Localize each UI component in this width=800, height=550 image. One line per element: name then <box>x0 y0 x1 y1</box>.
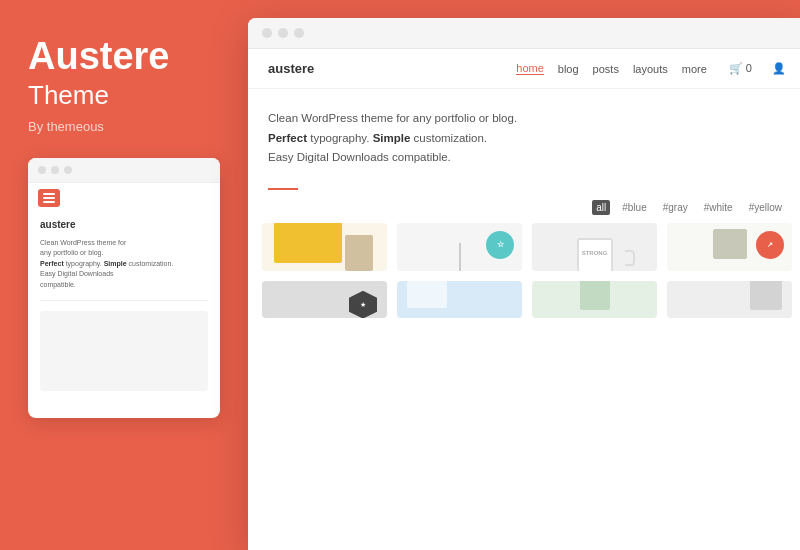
site-logo: austere <box>268 61 516 76</box>
mini-browser-preview: austere Clean WordPress theme for any po… <box>28 158 220 418</box>
product-card-gallery[interactable]: Gallery Download $39.00 <box>262 223 387 271</box>
mini-text-block: Clean WordPress theme for any portfolio … <box>40 238 208 291</box>
mini-browser-content: austere Clean WordPress theme for any po… <box>28 207 220 404</box>
filter-white[interactable]: #white <box>700 200 737 215</box>
product-image-gallery <box>262 223 387 271</box>
gallery-books-shape <box>345 235 373 271</box>
gallery-couch-shape <box>274 223 342 263</box>
mini-menu-icon <box>38 189 60 207</box>
nav-links: home blog posts layouts more 🛒 0 👤 <box>516 62 786 75</box>
mug-shape: STRONG <box>577 238 613 271</box>
cable-line-shape <box>459 243 461 271</box>
theme-name-line2: Theme <box>28 80 220 111</box>
product-card-row2-3[interactable] <box>532 281 657 318</box>
mini-dot-3 <box>64 166 72 174</box>
hex-badge-dark: ★ <box>349 291 377 318</box>
grey-item-shape <box>750 281 782 310</box>
product-image-narrow: STRONG <box>532 223 657 271</box>
product-card-sidebar[interactable]: ☆ Product with Sidebar $29.00 <box>397 223 522 271</box>
product-image-row2-1: ★ <box>262 281 387 318</box>
site-nav: austere home blog posts layouts more 🛒 0… <box>248 49 800 89</box>
hero-line2: Perfect typography. Simple customization… <box>268 129 786 149</box>
theme-name: Austere <box>28 36 220 78</box>
product-image-row2-3 <box>532 281 657 318</box>
mini-dot-1 <box>38 166 46 174</box>
left-panel: Austere Theme By themeous austere Clean … <box>0 0 248 550</box>
green-item-shape <box>580 281 610 310</box>
product-badge-teal: ☆ <box>486 231 514 259</box>
nav-blog[interactable]: blog <box>558 63 579 75</box>
product-badge-coral: ↗ <box>756 231 784 259</box>
mini-site-name: austere <box>40 219 208 230</box>
filter-bar: all #blue #gray #white #yellow <box>248 200 800 223</box>
nav-home[interactable]: home <box>516 62 544 75</box>
desk-chair-shape <box>713 229 747 259</box>
mini-image-placeholder <box>40 311 208 391</box>
mug-handle-shape <box>625 250 635 266</box>
nav-more[interactable]: more <box>682 63 707 75</box>
nav-user[interactable]: 👤 <box>772 62 786 75</box>
mini-browser-bar <box>28 158 220 183</box>
product-image-sidebar: ☆ <box>397 223 522 271</box>
nav-cart[interactable]: 🛒 0 <box>729 62 752 75</box>
product-image-row2-2 <box>397 281 522 318</box>
mini-dot-2 <box>51 166 59 174</box>
hero-divider <box>268 188 298 190</box>
filter-yellow[interactable]: #yellow <box>745 200 786 215</box>
hero-line3: Easy Digital Downloads compatible. <box>268 148 786 168</box>
browser-dot-yellow <box>278 28 288 38</box>
hero-line1: Clean WordPress theme for any portfolio … <box>268 109 786 129</box>
product-card-2col[interactable]: ↗ Download with 2 Columns $0.00 <box>667 223 792 271</box>
product-card-narrow[interactable]: STRONG Download with Narrow Layout $19.0… <box>532 223 657 271</box>
filter-gray[interactable]: #gray <box>659 200 692 215</box>
product-card-row2-1[interactable]: ★ <box>262 281 387 318</box>
mini-divider <box>40 300 208 301</box>
blue-item-shape <box>407 281 447 308</box>
nav-layouts[interactable]: layouts <box>633 63 668 75</box>
product-grid: Gallery Download $39.00 ☆ Product with S… <box>248 223 800 328</box>
nav-posts[interactable]: posts <box>593 63 619 75</box>
browser-chrome-bar <box>248 18 800 49</box>
product-card-row2-2[interactable] <box>397 281 522 318</box>
product-image-2col: ↗ <box>667 223 792 271</box>
hero-text: Clean WordPress theme for any portfolio … <box>248 89 800 178</box>
product-card-row2-4[interactable] <box>667 281 792 318</box>
filter-blue[interactable]: #blue <box>618 200 650 215</box>
browser-dot-red <box>262 28 272 38</box>
main-browser: austere home blog posts layouts more 🛒 0… <box>248 18 800 550</box>
product-image-row2-4 <box>667 281 792 318</box>
theme-title: Austere Theme <box>28 36 220 111</box>
filter-all[interactable]: all <box>592 200 610 215</box>
theme-author: By themeous <box>28 119 220 134</box>
browser-dot-green <box>294 28 304 38</box>
